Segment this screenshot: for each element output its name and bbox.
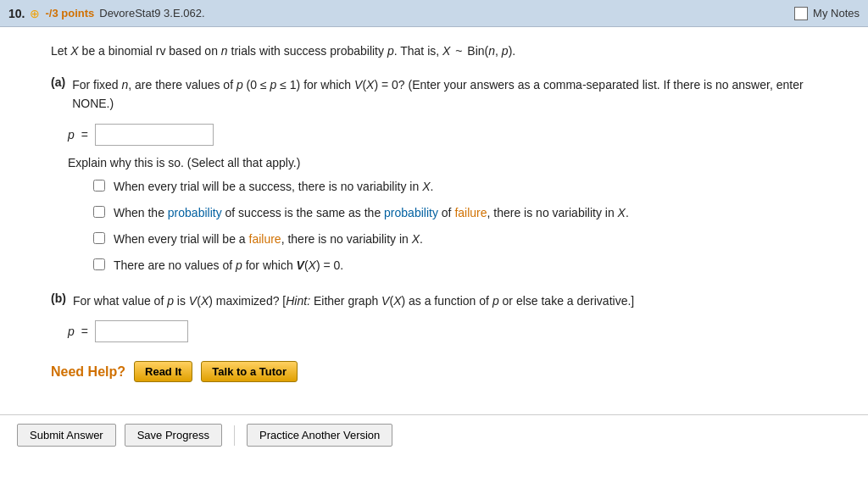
- submit-answer-button[interactable]: Submit Answer: [17, 424, 116, 447]
- header-left: 10. ⊕ -/3 points DevoreStat9 3.E.062.: [8, 7, 205, 20]
- checkbox-list: When every trial will be a success, ther…: [93, 178, 843, 275]
- my-notes-button[interactable]: My Notes: [794, 7, 860, 20]
- part-a: (a) For fixed n, are there values of p (…: [51, 75, 843, 275]
- part-b-question: For what value of p is V(X) maximized? […: [73, 291, 634, 310]
- checkbox-3[interactable]: [93, 232, 105, 244]
- var-n: n: [221, 44, 228, 58]
- practice-another-button[interactable]: Practice Another Version: [247, 424, 392, 447]
- action-bar: Submit Answer Save Progress Practice Ano…: [0, 414, 868, 455]
- points-text: -/3 points: [45, 7, 94, 19]
- var-p2: p: [502, 44, 509, 58]
- part-b-label: (b): [51, 291, 66, 305]
- var-n2: n: [488, 44, 495, 58]
- need-help-row: Need Help? Read It Talk to a Tutor: [51, 361, 843, 382]
- var-x: X: [70, 44, 78, 58]
- explain-label: Explain why this is so. (Select all that…: [68, 156, 843, 169]
- part-b: (b) For what value of p is V(X) maximize…: [51, 291, 843, 342]
- part-a-input[interactable]: [95, 124, 214, 146]
- my-notes-label: My Notes: [813, 7, 860, 19]
- checkbox-item-4: There are no values of p for which V(X) …: [93, 257, 843, 275]
- checkbox-2[interactable]: [93, 206, 105, 218]
- part-a-input-row: p =: [68, 124, 843, 146]
- need-help-label: Need Help?: [51, 364, 125, 380]
- checkbox-3-label: When every trial will be a failure, ther…: [114, 230, 423, 248]
- checkbox-item-2: When the probability of success is the s…: [93, 204, 843, 222]
- content-area: Let X be a binomial rv based on n trials…: [0, 27, 868, 397]
- checkbox-4[interactable]: [93, 258, 105, 270]
- part-b-input[interactable]: [95, 320, 188, 342]
- checkbox-1-label: When every trial will be a success, ther…: [114, 178, 433, 196]
- part-a-input-label: p: [68, 128, 75, 142]
- header-bar: 10. ⊕ -/3 points DevoreStat9 3.E.062. My…: [0, 0, 868, 27]
- part-a-label: (a): [51, 75, 65, 89]
- part-a-question: For fixed n, are there values of p (0 ≤ …: [72, 75, 843, 114]
- question-number: 10.: [8, 7, 25, 20]
- notes-checkbox-icon: [794, 7, 808, 20]
- read-it-button[interactable]: Read It: [134, 361, 192, 382]
- checkbox-4-label: There are no values of p for which V(X) …: [114, 257, 343, 275]
- source-text: DevoreStat9 3.E.062.: [99, 7, 204, 19]
- tilde-symbol: ~: [455, 44, 462, 58]
- points-plus-icon: ⊕: [30, 7, 40, 20]
- part-b-input-label: p: [68, 325, 75, 338]
- talk-to-tutor-button[interactable]: Talk to a Tutor: [201, 361, 298, 382]
- var-p: p: [387, 44, 394, 58]
- part-b-input-row: p =: [68, 320, 843, 342]
- action-separator: [234, 425, 235, 446]
- checkbox-2-label: When the probability of success is the s…: [114, 204, 629, 222]
- checkbox-1[interactable]: [93, 180, 105, 192]
- part-a-equals: =: [81, 128, 88, 142]
- checkbox-item-3: When every trial will be a failure, ther…: [93, 230, 843, 248]
- part-b-equals: =: [81, 325, 88, 338]
- checkbox-item-1: When every trial will be a success, ther…: [93, 178, 843, 196]
- var-x2: X: [442, 44, 450, 58]
- problem-statement: Let X be a binomial rv based on n trials…: [51, 42, 843, 60]
- save-progress-button[interactable]: Save Progress: [125, 424, 222, 447]
